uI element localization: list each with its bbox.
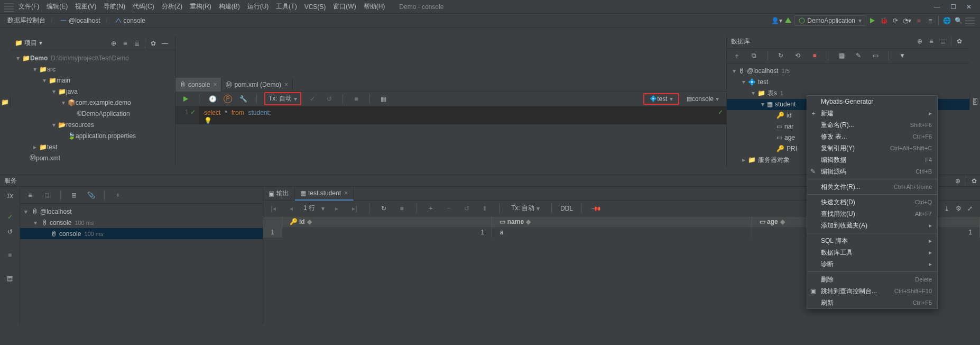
db-edit-icon[interactable]: ✎	[853, 50, 864, 61]
db-stop-icon[interactable]: ■	[809, 50, 820, 61]
rollback-icon[interactable]: ↺	[323, 93, 335, 105]
commit-icon[interactable]: ✓	[307, 93, 318, 105]
delete-row-icon[interactable]: －	[443, 203, 455, 214]
menu-item[interactable]: 运行(U)	[244, 1, 273, 13]
result-export-icon[interactable]: ⤓	[941, 203, 953, 214]
close-tab-icon[interactable]: ×	[284, 81, 288, 88]
close-button[interactable]: ✕	[961, 1, 977, 13]
breadcrumb-host[interactable]: @localhost	[57, 16, 104, 25]
debug-button[interactable]: 🐞	[878, 15, 890, 26]
breadcrumb-root[interactable]: 数据库控制台	[4, 15, 49, 26]
add-row-icon[interactable]: ＋	[425, 203, 437, 214]
context-menu-item[interactable]: SQL 脚本▸	[807, 235, 937, 247]
service-node[interactable]: 🛢 console100 ms	[20, 228, 263, 239]
run-button[interactable]	[866, 15, 878, 26]
tree-node[interactable]: Ⓜ pom.xml	[11, 152, 175, 164]
context-menu-item[interactable]: ✎编辑源码Ctrl+B	[807, 166, 937, 177]
project-tree[interactable]: ▾📁 Demo D:\bin\myproject\Test\Demo ▾📁 sr…	[11, 50, 175, 166]
db-locate-icon[interactable]: ⊕	[914, 35, 926, 47]
svc-settings-icon[interactable]: ✿	[968, 175, 980, 187]
collapse-all-icon[interactable]: ≣	[131, 38, 143, 49]
svc-group-icon[interactable]: ⊞	[68, 189, 80, 201]
tree-node[interactable]: © DemoApplication	[11, 108, 175, 119]
intention-bulb-icon[interactable]: 💡	[204, 117, 212, 124]
last-page-icon[interactable]: ▸|	[349, 203, 360, 214]
menu-item[interactable]: 窗口(W)	[329, 1, 359, 13]
menu-item[interactable]: 构建(B)	[215, 1, 244, 13]
menu-item[interactable]: 重构(R)	[186, 1, 215, 13]
svc-locate-icon[interactable]: ⊕	[952, 175, 964, 187]
result-stop-icon[interactable]: ■	[396, 203, 408, 214]
build-icon[interactable]	[782, 15, 794, 26]
column-header[interactable]: 🔑 id◆	[282, 216, 492, 227]
db-tree-node[interactable]: ▾🛢 @localhost1/5	[727, 66, 969, 77]
locate-icon[interactable]: ⊕	[108, 38, 119, 49]
maximize-button[interactable]: ☐	[945, 1, 961, 13]
breadcrumb-console[interactable]: console	[112, 16, 149, 25]
menu-item[interactable]: 导航(N)	[100, 1, 129, 13]
column-header[interactable]: ▭ name◆	[492, 216, 752, 227]
service-node[interactable]: ▾🛢 console100 ms	[20, 217, 263, 228]
editor-tab[interactable]: 🛢 console×	[175, 78, 221, 92]
tree-node[interactable]: ▾📂 resources	[11, 119, 175, 130]
console-select[interactable]: ▤ console ▾	[683, 94, 722, 104]
context-menu-item[interactable]: 编辑数据F4	[807, 154, 937, 166]
service-node[interactable]: ▾🛢 @localhost	[20, 206, 263, 217]
revert-icon[interactable]: ↺	[461, 203, 473, 214]
reload-icon[interactable]: ↻	[378, 203, 390, 214]
execute-button[interactable]	[180, 93, 191, 105]
menu-item[interactable]: VCS(S)	[301, 2, 330, 12]
db-expand-icon[interactable]: ≡	[926, 35, 937, 47]
context-menu-item[interactable]: 刷新Ctrl+F5	[807, 297, 937, 308]
cancel-query-icon[interactable]: ■	[350, 93, 362, 105]
explain-plan-icon[interactable]: P	[224, 95, 232, 103]
menu-item[interactable]: 视图(V)	[71, 1, 100, 13]
db-settings-icon[interactable]: ✿	[954, 35, 965, 47]
run-config-select[interactable]: DemoApplication ▾	[794, 15, 866, 26]
view-as-icon[interactable]: ▦	[377, 93, 389, 105]
coverage-button[interactable]: ⟳	[890, 15, 901, 26]
tree-node[interactable]: ▾📁 main	[11, 75, 175, 86]
context-menu-item[interactable]: Mybatis-Generator	[807, 96, 937, 107]
tree-node[interactable]: ▸📁 test	[11, 141, 175, 152]
menu-item[interactable]: 工具(T)	[272, 1, 300, 13]
db-collapse-icon[interactable]: ≣	[937, 35, 949, 47]
tx-mode-select[interactable]: Tx: 自动 ▾	[264, 92, 301, 105]
profile-button[interactable]: ◔▾	[901, 15, 913, 26]
first-page-icon[interactable]: |◂	[267, 203, 279, 214]
context-menu-item[interactable]: 快速文档(D)Ctrl+Q	[807, 196, 937, 208]
project-tool-button[interactable]: 📁	[0, 96, 11, 108]
ddl-button[interactable]: DDL	[560, 205, 573, 212]
prev-page-icon[interactable]: ◂	[285, 203, 297, 214]
context-menu-item[interactable]: 重命名(R)...Shift+F6	[807, 119, 937, 131]
tree-node[interactable]: 🍃 application.properties	[11, 130, 175, 141]
menu-item[interactable]: 代码(C)	[129, 1, 158, 13]
translate-icon[interactable]: 🌐	[941, 15, 953, 26]
db-sync-icon[interactable]: ⟲	[792, 50, 803, 61]
code-text[interactable]: select * from student; 💡	[199, 106, 271, 124]
svc-add-icon[interactable]: ＋	[112, 189, 124, 201]
close-tab-icon[interactable]: ×	[213, 81, 217, 88]
context-menu-item[interactable]: 添加到收藏夹(A)▸	[807, 220, 937, 231]
wrench-icon[interactable]: 🔧	[237, 93, 249, 105]
tree-node[interactable]: ▾📦 com.example.demo	[11, 97, 175, 108]
next-page-icon[interactable]: ▸	[331, 203, 343, 214]
svc-rollback-icon[interactable]: ↺	[4, 226, 16, 238]
project-root[interactable]: ▾📁 Demo D:\bin\myproject\Test\Demo	[11, 52, 175, 63]
menu-item[interactable]: 帮助(H)	[360, 1, 389, 13]
editor-tab[interactable]: Ⓜ pom.xml (Demo)×	[221, 78, 293, 92]
context-menu-item[interactable]: 相关文件(R)...Ctrl+Alt+Home	[807, 181, 937, 193]
result-tx-select[interactable]: Tx: 自动 ▾	[508, 203, 543, 214]
minimize-button[interactable]: —	[929, 1, 945, 13]
context-menu-item[interactable]: 查找用法(U)Alt+F7	[807, 208, 937, 220]
hide-panel-icon[interactable]: —	[159, 38, 171, 49]
history-icon[interactable]: 🕘	[207, 93, 218, 105]
context-menu[interactable]: Mybatis-Generator＋新建▸重命名(R)...Shift+F6修改…	[807, 95, 938, 309]
result-more-icon[interactable]: ⤢	[964, 203, 976, 214]
db-add-icon[interactable]: ＋	[731, 50, 743, 61]
update-button[interactable]: ≡	[924, 15, 936, 26]
menu-item[interactable]: 文件(F)	[15, 1, 43, 13]
db-duplicate-icon[interactable]: ⧉	[748, 50, 760, 61]
result-settings-icon[interactable]: ⚙	[953, 203, 964, 214]
services-tree[interactable]: ▾🛢 @localhost▾🛢 console100 ms🛢 console10…	[20, 204, 263, 241]
